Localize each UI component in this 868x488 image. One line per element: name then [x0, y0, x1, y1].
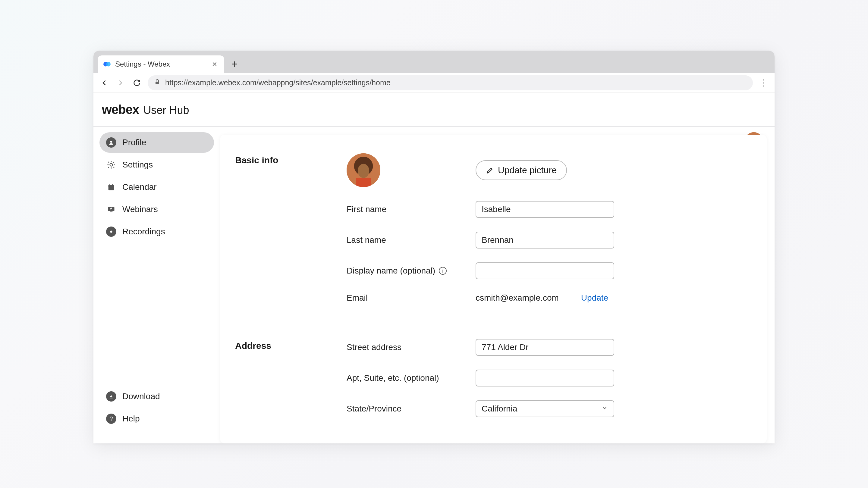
- street-row: Street address: [347, 339, 746, 356]
- section-basic-info: Basic info: [235, 153, 746, 303]
- reload-button[interactable]: [131, 77, 142, 88]
- email-value: csmith@example.com: [475, 293, 559, 303]
- email-label: Email: [347, 293, 464, 303]
- sidebar-item-label: Download: [122, 392, 160, 401]
- pencil-icon: [486, 166, 494, 174]
- update-picture-label: Update picture: [498, 165, 557, 175]
- profile-card: Basic info: [220, 135, 767, 444]
- svg-point-15: [110, 231, 113, 233]
- section-address: Address Street address Apt, Suite, etc. …: [235, 339, 746, 417]
- app-brand: webex User Hub: [102, 102, 189, 117]
- brand-sub: User Hub: [143, 104, 189, 117]
- email-update-link[interactable]: Update: [581, 293, 608, 303]
- webex-favicon: [103, 60, 111, 68]
- display-name-input[interactable]: [475, 262, 614, 279]
- sidebar-item-profile[interactable]: Profile: [99, 132, 214, 153]
- sidebar: Profile Settings Calendar: [93, 127, 220, 444]
- state-label: State/Province: [347, 404, 464, 414]
- calendar-icon: [106, 182, 116, 192]
- browser-tab[interactable]: Settings - Webex ×: [98, 56, 224, 73]
- svg-point-18: [358, 164, 369, 178]
- section-title: Address: [235, 339, 335, 417]
- brand-logo: webex: [102, 102, 139, 117]
- sidebar-item-webinars[interactable]: Webinars: [99, 199, 214, 220]
- sidebar-bottom: Download ? Help: [99, 386, 214, 438]
- help-icon: ?: [106, 414, 116, 424]
- svg-rect-12: [113, 184, 113, 186]
- email-row: Email csmith@example.com Update: [347, 293, 746, 303]
- tab-title: Settings - Webex: [115, 60, 206, 68]
- sidebar-item-label: Help: [122, 414, 140, 424]
- street-label: Street address: [347, 343, 464, 352]
- webinar-icon: [106, 204, 116, 215]
- sidebar-item-label: Settings: [122, 160, 153, 170]
- lock-icon: [154, 78, 161, 87]
- apt-row: Apt, Suite, etc. (optional): [347, 369, 746, 387]
- svg-rect-2: [156, 82, 159, 84]
- first-name-label: First name: [347, 204, 464, 214]
- state-value: California: [482, 404, 517, 414]
- avatar-cell: [347, 153, 464, 187]
- content-area: English Profile Settings: [93, 127, 775, 444]
- sidebar-item-label: Calendar: [122, 182, 157, 192]
- state-row: State/Province California: [347, 400, 746, 417]
- profile-avatar: [347, 153, 380, 187]
- sidebar-item-settings[interactable]: Settings: [99, 155, 214, 175]
- last-name-label: Last name: [347, 235, 464, 245]
- section-body: Street address Apt, Suite, etc. (optiona…: [347, 339, 746, 417]
- close-tab-icon[interactable]: ×: [210, 59, 219, 69]
- chevron-down-icon: [601, 404, 608, 414]
- tab-strip: Settings - Webex × +: [93, 51, 775, 73]
- url-text: https://example.webex.com/webappng/sites…: [165, 78, 391, 87]
- svg-point-1: [106, 62, 111, 66]
- gear-icon: [106, 160, 116, 170]
- first-name-input[interactable]: [475, 201, 614, 218]
- avatar-row: Update picture: [347, 153, 746, 187]
- app-header: webex User Hub: [93, 93, 775, 127]
- forward-button[interactable]: [115, 77, 126, 88]
- update-picture-button[interactable]: Update picture: [475, 160, 567, 180]
- sidebar-item-label: Webinars: [122, 204, 158, 214]
- sidebar-item-calendar[interactable]: Calendar: [99, 177, 214, 197]
- display-name-label: Display name (optional) i: [347, 266, 464, 275]
- apt-input[interactable]: [475, 369, 614, 387]
- svg-rect-11: [110, 184, 110, 186]
- section-title: Basic info: [235, 153, 335, 303]
- profile-icon: [106, 137, 116, 148]
- svg-rect-10: [108, 185, 114, 187]
- sidebar-item-recordings[interactable]: Recordings: [99, 221, 214, 242]
- state-select[interactable]: California: [475, 400, 614, 417]
- apt-label: Apt, Suite, etc. (optional): [347, 373, 464, 383]
- sidebar-item-label: Recordings: [122, 227, 165, 236]
- sidebar-item-help[interactable]: ? Help: [99, 409, 214, 429]
- svg-rect-14: [110, 212, 113, 212]
- display-name-label-text: Display name (optional): [347, 266, 435, 275]
- address-bar: https://example.webex.com/webappng/sites…: [93, 73, 775, 93]
- first-name-row: First name: [347, 201, 746, 218]
- back-button[interactable]: [99, 77, 110, 88]
- main-panel: Basic info: [220, 127, 775, 444]
- svg-point-7: [110, 141, 113, 143]
- record-icon: [106, 227, 116, 237]
- section-body: Update picture First name Last name: [347, 153, 746, 303]
- last-name-input[interactable]: [475, 232, 614, 249]
- svg-rect-19: [356, 178, 371, 187]
- info-icon[interactable]: i: [439, 267, 447, 275]
- last-name-row: Last name: [347, 232, 746, 249]
- browser-menu-button[interactable]: ⋮: [758, 77, 769, 88]
- street-input[interactable]: [475, 339, 614, 356]
- new-tab-button[interactable]: +: [227, 57, 242, 71]
- svg-point-8: [110, 164, 113, 166]
- url-field[interactable]: https://example.webex.com/webappng/sites…: [148, 75, 753, 90]
- sidebar-main: Profile Settings Calendar: [99, 132, 214, 386]
- browser-window: Settings - Webex × + https://example.web…: [93, 51, 775, 444]
- display-name-row: Display name (optional) i: [347, 262, 746, 279]
- sidebar-item-download[interactable]: Download: [99, 386, 214, 407]
- download-icon: [106, 391, 116, 401]
- sidebar-item-label: Profile: [122, 138, 146, 147]
